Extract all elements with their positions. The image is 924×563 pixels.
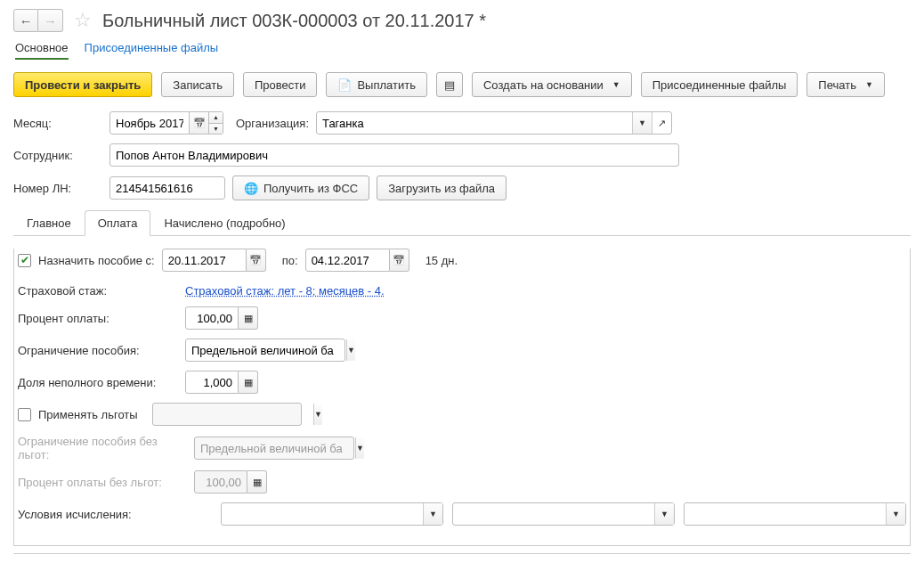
employee-input[interactable] — [109, 143, 679, 167]
post-and-close-button[interactable]: Провести и закрыть — [13, 72, 152, 97]
conditions-label: Условия исчисления: — [18, 508, 214, 521]
limit-no-benefits-dropdown[interactable]: ▼ — [355, 437, 364, 459]
ln-number-label: Номер ЛН: — [13, 182, 102, 195]
percent-no-benefits-input — [194, 470, 247, 494]
insurance-label: Страховой стаж: — [18, 284, 178, 298]
month-label: Месяц: — [13, 117, 102, 130]
print-button[interactable]: Печать ▼ — [806, 72, 885, 97]
primary-tab-main[interactable]: Основное — [15, 41, 69, 60]
apply-benefits-label: Применять льготы — [38, 408, 145, 421]
pay-button[interactable]: 📄 Выплатить — [326, 72, 427, 97]
percent-no-benefits-label: Процент оплаты без льгот: — [18, 476, 187, 489]
org-label: Организация: — [236, 117, 309, 130]
nav-forward-button[interactable]: → — [38, 9, 63, 32]
save-button[interactable]: Записать — [161, 72, 234, 97]
tab-accrued[interactable]: Начислено (подробно) — [150, 210, 298, 236]
apply-benefits-input — [153, 404, 313, 425]
get-from-fss-button[interactable]: 🌐 Получить из ФСС — [232, 175, 369, 200]
tab-main[interactable]: Главное — [13, 210, 85, 236]
tab-payment[interactable]: Оплата — [85, 210, 151, 236]
condition-3-input[interactable] — [685, 503, 886, 525]
part-time-label: Доля неполного времени: — [18, 376, 178, 389]
calendar-icon[interactable] — [190, 111, 209, 135]
calc-icon[interactable]: ▦ — [239, 306, 258, 330]
ln-number-input[interactable] — [109, 176, 225, 200]
month-spinner-up[interactable]: ▲ — [209, 112, 223, 124]
employee-label: Сотрудник: — [13, 149, 102, 162]
calc-icon[interactable]: ▦ — [239, 371, 258, 394]
org-dropdown-button[interactable]: ▼ — [632, 112, 652, 134]
org-input[interactable] — [317, 112, 632, 134]
org-open-button[interactable]: ↗ — [652, 112, 671, 134]
condition-1-input[interactable] — [222, 503, 423, 525]
list-icon: ▤ — [444, 78, 455, 92]
load-from-file-button[interactable]: Загрузить из файла — [377, 175, 507, 200]
benefit-limit-input[interactable] — [186, 339, 346, 361]
list-button[interactable]: ▤ — [436, 72, 463, 97]
condition-2-dropdown[interactable]: ▼ — [654, 503, 674, 525]
condition-1-dropdown[interactable]: ▼ — [423, 503, 442, 525]
apply-benefits-dropdown[interactable]: ▼ — [313, 404, 322, 425]
post-button[interactable]: Провести — [243, 72, 318, 97]
condition-2-input[interactable] — [453, 503, 654, 525]
dropdown-caret-icon: ▼ — [612, 80, 620, 89]
pay-icon: 📄 — [337, 78, 352, 92]
page-title: Больничный лист 003К-000003 от 20.11.201… — [102, 11, 486, 31]
nav-back-button[interactable]: ← — [13, 9, 38, 32]
create-based-label: Создать на основании — [483, 78, 604, 92]
part-time-input[interactable] — [185, 371, 239, 394]
date-to-input[interactable] — [305, 249, 390, 272]
pay-percent-label: Процент оплаты: — [18, 312, 178, 325]
fss-globe-icon: 🌐 — [244, 182, 258, 195]
limit-no-benefits-input — [195, 437, 355, 459]
condition-3-dropdown[interactable]: ▼ — [886, 503, 905, 525]
pay-button-label: Выплатить — [357, 78, 416, 92]
days-label: 15 дн. — [426, 254, 458, 267]
date-to-label: по: — [282, 254, 298, 267]
print-label: Печать — [818, 78, 856, 92]
calendar-icon[interactable] — [247, 249, 266, 272]
benefit-limit-dropdown[interactable]: ▼ — [346, 339, 355, 361]
assign-benefit-label: Назначить пособие с: — [38, 254, 155, 267]
dropdown-caret-icon: ▼ — [865, 80, 873, 89]
limit-no-benefits-label: Ограничение пособия без льгот: — [18, 435, 187, 461]
date-from-input[interactable] — [162, 249, 247, 272]
apply-benefits-checkbox[interactable] — [18, 408, 31, 421]
month-spinner-down[interactable]: ▼ — [209, 124, 223, 135]
insurance-link[interactable]: Страховой стаж: лет - 8; месяцев - 4. — [185, 284, 385, 298]
month-input[interactable] — [109, 111, 190, 135]
benefit-limit-label: Ограничение пособия: — [18, 344, 178, 357]
attached-files-button[interactable]: Присоединенные файлы — [641, 72, 798, 97]
create-based-button[interactable]: Создать на основании ▼ — [472, 72, 632, 97]
primary-tab-attached[interactable]: Присоединенные файлы — [85, 41, 219, 60]
get-from-fss-label: Получить из ФСС — [263, 182, 358, 195]
assign-benefit-checkbox[interactable]: ✔ — [18, 254, 31, 267]
favorite-star-icon[interactable]: ☆ — [74, 9, 92, 32]
pay-percent-input[interactable] — [185, 306, 239, 330]
calc-icon[interactable]: ▦ — [247, 470, 267, 494]
calendar-icon[interactable] — [390, 249, 409, 272]
